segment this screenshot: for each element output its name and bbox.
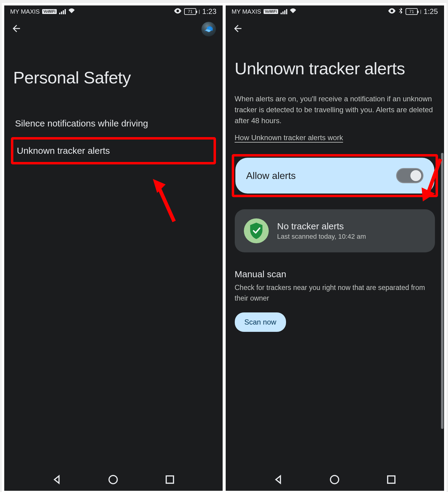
signal-icon xyxy=(281,9,287,14)
status-card-title: No tracker alerts xyxy=(277,221,366,231)
app-bar: 🧢 xyxy=(4,18,223,41)
signal-icon xyxy=(59,9,66,14)
page-description: When alerts are on, you'll receive a not… xyxy=(235,93,435,126)
vowifi-badge: VoWiFi xyxy=(42,9,57,14)
page-title: Unknown tracker alerts xyxy=(235,59,435,78)
wifi-icon xyxy=(68,8,75,15)
nav-back-icon[interactable] xyxy=(273,474,284,486)
settings-item-unknown-tracker[interactable]: Unknown tracker alerts xyxy=(15,143,212,159)
eye-icon xyxy=(388,8,396,15)
clock-label: 1:25 xyxy=(424,7,438,16)
settings-item-silence-driving[interactable]: Silence notifications while driving xyxy=(13,112,214,135)
nav-home-icon[interactable] xyxy=(108,474,119,486)
nav-recent-icon[interactable] xyxy=(386,474,397,486)
nav-home-icon[interactable] xyxy=(329,474,340,486)
wifi-icon xyxy=(290,8,296,15)
status-bar: MY MAXIS VoWiFi 71 | 1:23 xyxy=(4,5,223,18)
bluetooth-icon xyxy=(398,8,403,16)
annotation-highlight: Unknown tracker alerts xyxy=(11,137,216,164)
manual-scan-subtitle: Check for trackers near you right now th… xyxy=(235,282,435,303)
annotation-arrow xyxy=(153,179,180,224)
profile-avatar[interactable]: 🧢 xyxy=(201,22,216,36)
toggle-switch[interactable] xyxy=(396,168,423,183)
page-content: Unknown tracker alerts When alerts are o… xyxy=(226,41,444,470)
page-title: Personal Safety xyxy=(13,68,214,87)
toggle-label: Allow alerts xyxy=(246,170,296,181)
navigation-bar xyxy=(4,470,223,491)
vowifi-badge: VoWiFi xyxy=(264,9,278,14)
page-content: Personal Safety Silence notifications wh… xyxy=(4,41,223,470)
svg-point-6 xyxy=(331,476,339,484)
svg-rect-3 xyxy=(166,476,173,483)
status-card-subtitle: Last scanned today, 10:42 am xyxy=(277,233,366,241)
nav-recent-icon[interactable] xyxy=(164,474,175,486)
navigation-bar xyxy=(226,470,444,491)
svg-line-0 xyxy=(158,186,174,221)
svg-rect-7 xyxy=(388,476,395,483)
annotation-highlight: Allow alerts xyxy=(232,154,438,197)
back-button[interactable] xyxy=(11,23,22,35)
eye-icon xyxy=(174,8,182,15)
tracker-status-card: No tracker alerts Last scanned today, 10… xyxy=(235,209,435,252)
nav-back-icon[interactable] xyxy=(51,474,62,486)
carrier-label: MY MAXIS xyxy=(232,8,261,15)
scan-now-button[interactable]: Scan now xyxy=(235,312,286,332)
clock-label: 1:23 xyxy=(202,7,217,16)
shield-check-icon xyxy=(244,218,269,243)
help-link[interactable]: How Unknown tracker alerts work xyxy=(235,133,343,142)
phone-screenshot-left: MY MAXIS VoWiFi 71 | 1:23 🧢 Personal Saf… xyxy=(4,5,223,491)
manual-scan-heading: Manual scan xyxy=(235,269,435,279)
battery-icon: 71 xyxy=(406,8,418,15)
svg-point-2 xyxy=(109,476,117,484)
status-bar: MY MAXIS VoWiFi 71 | 1:25 xyxy=(226,5,444,18)
app-bar xyxy=(226,18,444,41)
allow-alerts-toggle-row[interactable]: Allow alerts xyxy=(235,158,434,194)
phone-screenshot-right: MY MAXIS VoWiFi 71 | 1:25 Unknown tracke… xyxy=(226,5,444,491)
svg-marker-1 xyxy=(153,179,166,193)
back-button[interactable] xyxy=(232,23,243,35)
carrier-label: MY MAXIS xyxy=(10,8,40,15)
battery-icon: 71 xyxy=(184,8,196,15)
